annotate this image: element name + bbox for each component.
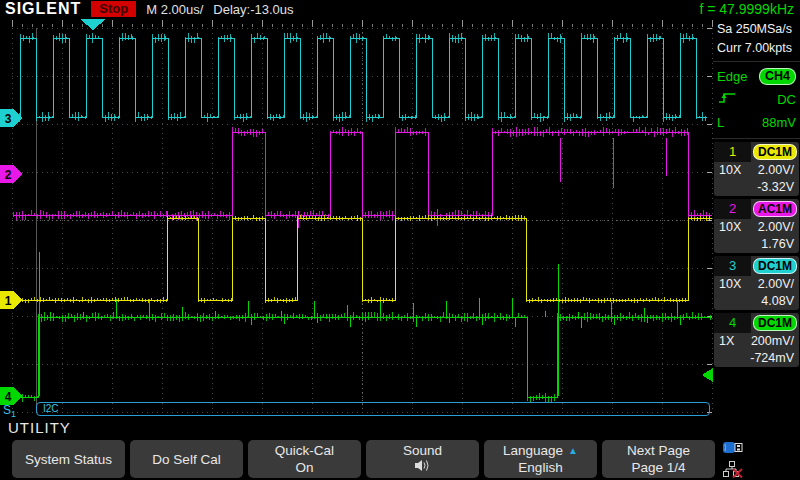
softkey-menu: UTILITY System Status Do Self Cal Quick-… (0, 418, 800, 480)
channel2-probe: 10X (719, 219, 741, 236)
ch3-marker-label: 3 (5, 112, 12, 126)
channel3-number: 3 (714, 256, 751, 276)
channel3-info[interactable]: 3 DC1M 10X 2.00V/ 4.08V (714, 256, 799, 310)
sound-button[interactable]: Sound (366, 440, 479, 478)
language-up-icon: ▲ (568, 442, 578, 459)
trigger-level-label: L (717, 115, 724, 130)
channel3-coupling-badge: DC1M (753, 258, 797, 274)
header-bar: SIGLENT Stop M 2.00us/ Delay:-13.0us f =… (0, 0, 800, 18)
ch1-noise (13, 215, 709, 303)
ch1-trace (13, 218, 712, 300)
language-button[interactable]: Language ▲ English (484, 440, 597, 478)
menu-title: UTILITY (8, 419, 71, 436)
delay-readout: Delay:-13.0us (213, 2, 293, 17)
channel4-number: 4 (714, 313, 751, 333)
rising-edge-icon (717, 91, 737, 108)
channel3-probe: 10X (719, 276, 741, 293)
trigger-level-marker[interactable] (702, 368, 713, 382)
i2c-decode-bar: I2C (36, 402, 710, 416)
do-self-cal-button[interactable]: Do Self Cal (130, 440, 243, 478)
frequency-counter: f = 47.9999kHz (699, 1, 794, 17)
ch1-marker-label: 1 (5, 294, 12, 308)
brand-logo: SIGLENT (5, 0, 81, 18)
channel2-number: 2 (714, 199, 751, 219)
system-status-button[interactable]: System Status (12, 440, 125, 478)
channel4-info[interactable]: 4 DC1M 1X 200mV/ -724mV (714, 313, 799, 367)
usb-device-icon (722, 440, 744, 458)
peripheral-status (722, 440, 744, 480)
ch2-noise (13, 127, 709, 220)
time-ruler (12, 20, 712, 27)
lan-disconnected-icon (722, 461, 744, 480)
channel1-probe: 10X (719, 162, 741, 179)
trigger-type: Edge (717, 69, 747, 84)
acquisition-panel: Sa 250MSa/s Curr 7.00kpts (713, 18, 800, 62)
channel4-offset: -724mV (750, 350, 794, 367)
ch4-marker-label: 4 (5, 390, 12, 404)
ch2-marker-label: 2 (5, 168, 12, 182)
trigger-source-badge: CH4 (759, 68, 796, 85)
scope-svg: 3214 (0, 18, 713, 418)
sample-rate: Sa 250MSa/s (717, 20, 800, 39)
trigger-coupling: DC (777, 92, 796, 107)
i2c-label: I2C (43, 403, 59, 414)
channel1-coupling-badge: DC1M (753, 144, 797, 160)
ch4-spikes (39, 252, 680, 396)
next-page-button[interactable]: Next PagePage 1/4 (602, 440, 715, 478)
quick-cal-button[interactable]: Quick-CalOn (248, 440, 361, 478)
channel4-scale: 200mV/ (751, 333, 794, 350)
acquisition-status-badge: Stop (91, 1, 136, 17)
status-sidebar: Sa 250MSa/s Curr 7.00kpts Edge CH4 DC L … (713, 18, 800, 418)
timebase-readout: M 2.00us/ (146, 2, 203, 17)
channel1-scale: 2.00V/ (758, 162, 794, 179)
channel4-probe: 1X (719, 333, 734, 350)
ch2-trace (13, 132, 712, 215)
channel3-offset: 4.08V (761, 293, 794, 310)
ch3-trace (13, 38, 707, 117)
channel1-offset: -3.32V (757, 179, 794, 196)
channel3-scale: 2.00V/ (758, 276, 794, 293)
channel2-coupling-badge: AC1M (753, 201, 797, 217)
channel2-offset: 1.76V (761, 236, 794, 253)
channel1-info[interactable]: 1 DC1M 10X 2.00V/ -3.32V (714, 142, 799, 196)
ch3-noise (13, 33, 705, 123)
trigger-panel[interactable]: Edge CH4 DC L 88mV (713, 62, 800, 139)
trigger-level-value: 88mV (762, 115, 796, 130)
memory-depth: Curr 7.00kpts (717, 39, 800, 58)
waveform-display: 3214 S1 I2C (0, 18, 713, 418)
decode-bus-label: S1 (3, 403, 16, 419)
channel2-scale: 2.00V/ (758, 219, 794, 236)
channel2-info[interactable]: 2 AC1M 10X 2.00V/ 1.76V (714, 199, 799, 253)
channel4-coupling-badge: DC1M (753, 315, 797, 331)
channel1-number: 1 (714, 142, 751, 162)
speaker-icon (414, 459, 432, 476)
